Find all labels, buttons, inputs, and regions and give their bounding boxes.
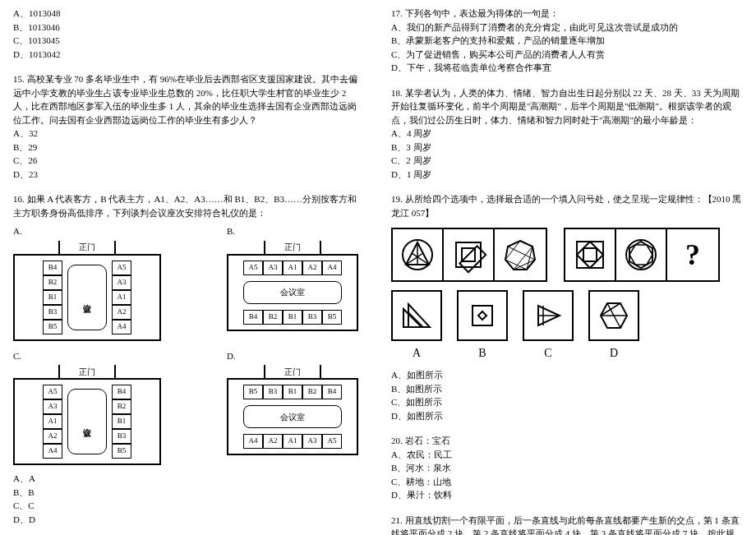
q16-label-a: A. [13, 224, 161, 238]
q16-diagram-a: A. 正门 B4 B2 B1 B3 B5 会议室 A5 [13, 224, 161, 341]
shape-triangle-in-circle-icon [393, 229, 444, 280]
q16-row2: C. 正门 A5 A3 A1 A2 A4 会议室 B4 [13, 349, 365, 466]
q19-opt-a: A、如图所示 [391, 368, 743, 382]
q19-stem: 19. 从所给四个选项中，选择最合适的一个填入问号处，使之呈现一定规律性：【20… [391, 192, 743, 219]
q17: 17. 下列各句中，表达最为得体的一句是： A、我们的新产品得到了消费者的充分肯… [391, 7, 743, 75]
q16-label-d: D. [227, 349, 358, 363]
answer-a-icon [391, 290, 442, 341]
gate-d: 正门 [264, 365, 321, 380]
q18-opt-b: B、3 周岁 [391, 141, 743, 155]
answer-c-icon [523, 290, 574, 341]
q15-stem: 15. 高校某专业 70 多名毕业生中，有 96%在毕业后去西部省区支援国家建设… [13, 72, 365, 127]
q18-opt-d: D、1 周岁 [391, 168, 743, 182]
q16-diagram-b: B. 正门 A5 A3 A1 A2 A4 会议室 B4 [227, 224, 358, 341]
q19-group2: ? [564, 228, 720, 282]
q19-answer-a: A [391, 290, 442, 362]
q15-opt-b: B、29 [13, 141, 365, 155]
q18-stem: 18. 某学者认为，人类的体力、情绪、智力自出生日起分别以 22 天、28 天、… [391, 86, 743, 127]
q21: 21. 用直线切割一个有限平面，后一条直线与此前每条直线都要产生新的交点，第 1… [391, 514, 743, 536]
q14-opt-c: C、1013045 [13, 34, 365, 48]
q19-pattern-row: ? [391, 228, 743, 282]
q19-opt-c: C、如图所示 [391, 395, 743, 409]
q16-row1: A. 正门 B4 B2 B1 B3 B5 会议室 A5 [13, 224, 365, 341]
q16-label-b: B. [227, 224, 358, 238]
q21-stem: 21. 用直线切割一个有限平面，后一条直线与此前每条直线都要产生新的交点，第 1… [391, 514, 743, 536]
svg-rect-12 [583, 248, 597, 261]
q18-opt-a: A、4 周岁 [391, 127, 743, 141]
q14-opt-a: A、1013048 [13, 7, 365, 21]
q18: 18. 某学者认为，人类的体力、情绪、智力自出生日起分别以 22 天、28 天、… [391, 86, 743, 182]
q16-diagram-c: C. 正门 A5 A3 A1 A2 A4 会议室 B4 [13, 349, 161, 466]
q14-opt-d: D、1013042 [13, 48, 365, 62]
svg-line-18 [408, 312, 423, 327]
q19-opt-b: B、如图所示 [391, 382, 743, 396]
q16-label-c: C. [13, 349, 161, 363]
svg-marker-14 [629, 242, 652, 268]
q16-opts: A、A B、B C、C D、D [13, 472, 365, 526]
room-d: B5 B3 B1 B2 B4 会议室 A4 A2 A1 A3 A5 [227, 378, 358, 455]
question-mark-icon: ? [667, 229, 718, 280]
q19: 19. 从所给四个选项中，选择最合适的一个填入问号处，使之呈现一定规律性：【20… [391, 192, 743, 422]
q17-opt-c: C、为了促进销售，购买本公司产品的消费者人人有赏 [391, 48, 743, 62]
q19-answer-c: C [523, 290, 574, 362]
q17-opt-a: A、我们的新产品得到了消费者的充分肯定，由此可见这次尝试是成功的 [391, 21, 743, 35]
right-column: 17. 下列各句中，表达最为得体的一句是： A、我们的新产品得到了消费者的充分肯… [378, 0, 756, 535]
svg-rect-19 [472, 306, 492, 325]
q20-stem: 20. 岩石：宝石 [391, 434, 743, 448]
left-column: A、1013048 B、1013046 C、1013045 D、1013042 … [0, 0, 378, 535]
q17-opt-d: D、下午，我将莅临贵单位考察合作事宜 [391, 61, 743, 75]
room-c: A5 A3 A1 A2 A4 会议室 B4 B2 B1 B3 B5 [13, 378, 161, 465]
shape-heptagon-icon [495, 229, 546, 280]
q18-opt-c: C、2 周岁 [391, 154, 743, 168]
q14-opt-b: B、1013046 [13, 21, 365, 35]
shape-squares-icon [444, 229, 495, 280]
q16-stem: 16. 如果 A 代表客方，B 代表主方，A1、A2、A3……和 B1、B2、B… [13, 192, 365, 219]
q19-answer-d: D [588, 290, 639, 362]
gate-a: 正门 [58, 241, 116, 256]
svg-marker-20 [478, 311, 486, 320]
q16-opt-d: D、D [13, 513, 365, 527]
q14-options: A、1013048 B、1013046 C、1013045 D、1013042 [13, 7, 365, 61]
q17-opt-b: B、承蒙新老客户的支持和爱戴，产品的销量逐年增加 [391, 34, 743, 48]
answer-d-icon [588, 290, 639, 341]
q19-answers: A B C D [391, 290, 743, 362]
q19-answer-b: B [457, 290, 508, 362]
q16-diagram-d: D. 正门 B5 B3 B1 B2 B4 会议室 A4 [227, 349, 358, 466]
q15-opt-d: D、23 [13, 168, 365, 182]
answer-b-icon [457, 290, 508, 341]
svg-marker-11 [577, 242, 603, 268]
svg-rect-6 [459, 246, 486, 272]
q20: 20. 岩石：宝石 A、农民：民工 B、河水：泉水 C、耕地：山地 D、果汁：饮… [391, 434, 743, 502]
q15-opt-a: A、32 [13, 127, 365, 141]
q17-stem: 17. 下列各句中，表达最为得体的一句是： [391, 7, 743, 21]
gate-c: 正门 [58, 365, 116, 380]
shape-hex-in-circle-icon [616, 229, 667, 280]
q15: 15. 高校某专业 70 多名毕业生中，有 96%在毕业后去西部省区支援国家建设… [13, 72, 365, 181]
q16-opt-c: C、C [13, 499, 365, 513]
q20-opt-c: C、耕地：山地 [391, 475, 743, 489]
shape-nested-squares-icon [565, 229, 616, 280]
svg-marker-15 [629, 245, 652, 265]
q15-opt-c: C、26 [13, 154, 365, 168]
q20-opt-d: D、果汁：饮料 [391, 488, 743, 502]
q16-opt-b: B、B [13, 486, 365, 500]
q19-opt-d: D、如图所示 [391, 409, 743, 423]
svg-rect-10 [577, 242, 603, 268]
q19-group1 [391, 228, 547, 282]
q20-opt-a: A、农民：民工 [391, 448, 743, 462]
room-b: A5 A3 A1 A2 A4 会议室 B4 B2 B1 B3 B5 [227, 254, 358, 331]
q16-opt-a: A、A [13, 472, 365, 486]
room-a: B4 B2 B1 B3 B5 会议室 A5 A3 A1 A2 A4 [13, 254, 161, 341]
gate-b: 正门 [264, 241, 321, 256]
q16: 16. 如果 A 代表客方，B 代表主方，A1、A2、A3……和 B1、B2、B… [13, 192, 365, 526]
svg-marker-17 [403, 309, 422, 327]
room-label: 会议室 [67, 265, 107, 330]
q20-opt-b: B、河水：泉水 [391, 461, 743, 475]
